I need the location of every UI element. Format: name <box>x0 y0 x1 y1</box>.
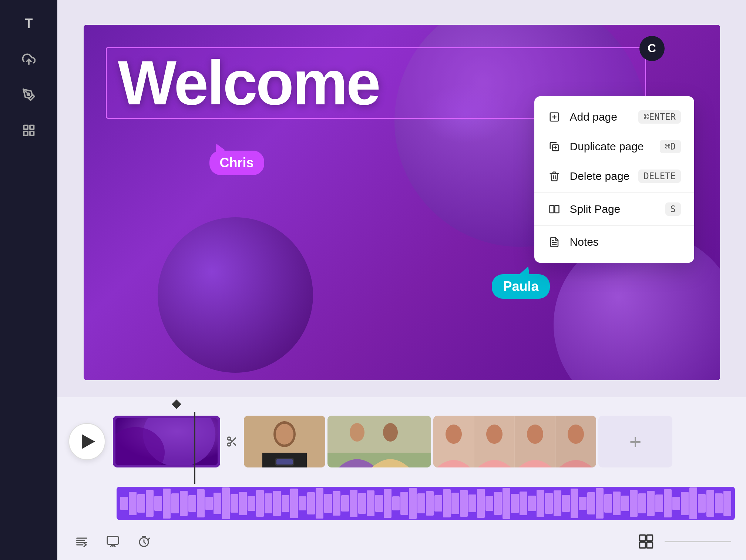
svg-rect-56 <box>640 535 646 541</box>
clip-2[interactable] <box>244 416 325 467</box>
preview-icon[interactable] <box>103 532 122 551</box>
add-page-label: Add page <box>570 111 630 123</box>
timer-icon[interactable] <box>134 532 154 551</box>
sidebar-icon-grid[interactable] <box>20 121 38 139</box>
delete-page-icon <box>548 170 561 183</box>
svg-rect-29 <box>276 459 293 465</box>
sidebar-icon-text[interactable]: T <box>20 15 38 33</box>
paula-cursor: Paula <box>492 266 550 299</box>
svg-point-26 <box>276 424 293 445</box>
svg-rect-2 <box>24 125 28 130</box>
playhead-line <box>194 412 195 484</box>
svg-line-55 <box>148 538 149 539</box>
bottom-toolbar <box>57 523 746 560</box>
notes-label: Notes <box>570 236 681 248</box>
menu-item-delete-page[interactable]: Delete page DELETE <box>534 161 695 191</box>
svg-rect-13 <box>555 205 559 213</box>
svg-point-33 <box>350 423 364 442</box>
duplicate-page-icon <box>548 140 561 153</box>
clip-3[interactable] <box>327 416 431 467</box>
delete-page-label: Delete page <box>570 170 630 182</box>
add-clip-button[interactable]: + <box>598 416 672 467</box>
main-area: Welcome C Chris Paula <box>57 0 746 560</box>
play-button[interactable] <box>68 423 105 460</box>
menu-divider-1 <box>534 192 695 193</box>
waveform-bars <box>120 487 731 520</box>
timeline-area: + <box>57 397 746 560</box>
svg-point-34 <box>383 423 398 442</box>
zoom-slider[interactable] <box>665 541 731 542</box>
playhead-diamond <box>172 399 181 409</box>
svg-rect-5 <box>30 131 34 135</box>
duplicate-page-label: Duplicate page <box>570 140 651 153</box>
delete-page-shortcut: DELETE <box>638 170 681 183</box>
add-page-shortcut: ⌘ENTER <box>638 110 681 124</box>
svg-point-42 <box>486 425 503 444</box>
menu-item-add-page[interactable]: Add page ⌘ENTER <box>534 102 695 132</box>
svg-point-44 <box>527 425 543 444</box>
playhead-row <box>57 397 746 412</box>
svg-point-46 <box>568 425 584 444</box>
playhead-marker <box>172 401 181 412</box>
svg-line-23 <box>230 440 232 442</box>
svg-rect-51 <box>107 537 118 544</box>
context-menu: Add page ⌘ENTER Duplicate page ⌘D <box>534 96 695 263</box>
duplicate-page-shortcut: ⌘D <box>660 140 681 153</box>
svg-rect-12 <box>550 205 554 213</box>
svg-point-20 <box>228 443 231 446</box>
waveform-row <box>117 487 735 520</box>
sidebar: T <box>0 0 57 560</box>
menu-item-notes[interactable]: Notes <box>534 227 695 257</box>
add-page-icon <box>548 110 561 124</box>
menu-divider-2 <box>534 225 695 226</box>
split-page-icon <box>548 202 561 216</box>
sidebar-icon-draw[interactable] <box>20 86 38 104</box>
split-page-label: Split Page <box>570 203 656 215</box>
svg-point-40 <box>446 425 462 444</box>
svg-rect-4 <box>24 131 28 135</box>
svg-line-22 <box>233 443 236 445</box>
c-avatar: C <box>639 36 665 61</box>
menu-item-split-page[interactable]: Split Page S <box>534 194 695 224</box>
clip-4[interactable] <box>433 416 596 467</box>
svg-rect-57 <box>647 535 653 541</box>
svg-rect-59 <box>647 542 653 548</box>
clip-1[interactable] <box>113 416 220 467</box>
toolbar-right <box>635 530 731 553</box>
canvas-area[interactable]: Welcome C Chris Paula <box>57 0 746 397</box>
notes-icon <box>548 235 561 249</box>
chris-label: Chris <box>209 151 264 175</box>
svg-rect-32 <box>327 416 431 453</box>
clips-row: + <box>113 416 735 467</box>
add-clip-icon: + <box>629 430 642 454</box>
split-page-shortcut: S <box>665 202 681 216</box>
captions-icon[interactable] <box>72 532 91 551</box>
trim-icon[interactable] <box>222 432 242 451</box>
menu-item-duplicate-page[interactable]: Duplicate page ⌘D <box>534 132 695 161</box>
waveform-bar <box>120 497 128 510</box>
svg-rect-3 <box>30 125 34 130</box>
play-icon <box>82 434 95 449</box>
timeline-tracks: + <box>57 412 746 484</box>
toolbar-left <box>72 532 154 551</box>
svg-rect-58 <box>640 542 646 548</box>
paula-label: Paula <box>492 274 550 299</box>
grid-view-icon[interactable] <box>635 530 657 553</box>
sidebar-icon-upload[interactable] <box>20 50 38 68</box>
chris-cursor: Chris <box>209 143 264 175</box>
clip-1-selection <box>114 417 219 466</box>
svg-point-19 <box>228 437 231 440</box>
